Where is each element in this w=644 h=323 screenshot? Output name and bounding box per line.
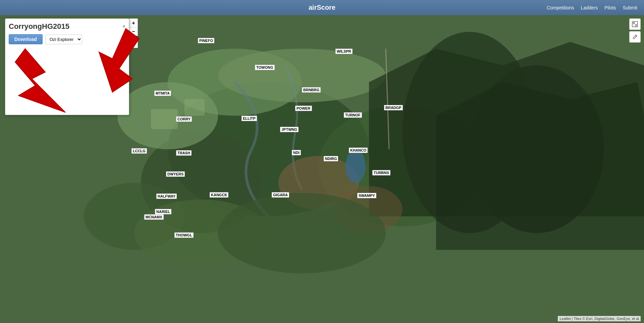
zoom-out-button[interactable]: − [129, 27, 138, 36]
pan-left-button[interactable]: ◄ [129, 39, 138, 48]
nav-competitions[interactable]: Competitions [547, 5, 574, 10]
svg-point-13 [345, 149, 366, 183]
svg-rect-11 [151, 109, 178, 129]
edit-button[interactable] [629, 31, 641, 43]
zoom-in-button[interactable]: + [129, 18, 138, 27]
svg-point-8 [218, 49, 386, 102]
map-attribution: Leaflet | Tiles © Esri, DigitalGlobe, Ge… [558, 316, 641, 321]
nav-links: Competitions Ladders Pilots Submit [547, 5, 637, 10]
svg-rect-12 [184, 99, 205, 116]
layer-controls [629, 18, 641, 43]
svg-rect-18 [632, 21, 635, 24]
navbar: airScore Competitions Ladders Pilots Sub… [0, 0, 644, 15]
svg-point-16 [218, 193, 386, 273]
panel: CorryongHG2015 × Download Ozi ExplorerGP… [5, 18, 129, 115]
panel-content [9, 44, 125, 111]
svg-line-20 [635, 36, 636, 37]
brand-logo: airScore [309, 4, 335, 11]
layers-button[interactable] [629, 18, 641, 30]
svg-rect-19 [635, 24, 638, 27]
panel-title: CorryongHG2015 [9, 22, 69, 31]
zoom-controls: + − [129, 18, 138, 36]
format-select[interactable]: Ozi ExplorerGPXKMLCSV [45, 35, 82, 44]
panel-header: CorryongHG2015 × [9, 22, 125, 31]
nav-pilots[interactable]: Pilots [604, 5, 616, 10]
nav-submit[interactable]: Submit [623, 5, 637, 10]
nav-ladders[interactable]: Ladders [581, 5, 598, 10]
download-button[interactable]: Download [9, 34, 43, 44]
pan-control: ◄ [129, 39, 138, 48]
panel-controls: Download Ozi ExplorerGPXKMLCSV [9, 34, 125, 44]
panel-close-button[interactable]: × [122, 23, 125, 30]
